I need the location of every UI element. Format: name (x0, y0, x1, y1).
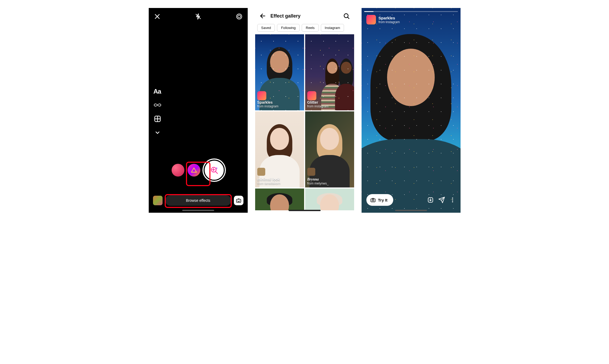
svg-point-10 (452, 199, 453, 200)
tab-instagram[interactable]: Instagram (321, 24, 344, 32)
story-progress (364, 11, 458, 12)
effect-author: from melynws_ (307, 182, 352, 185)
browse-effects-button[interactable]: Browse effects (165, 195, 231, 206)
gallery-button[interactable] (153, 196, 163, 205)
close-icon[interactable] (154, 13, 161, 20)
tab-reels[interactable]: Reels (302, 24, 318, 32)
effect-mini-thumb (257, 168, 265, 176)
home-indicator (395, 210, 427, 211)
page-title: Effect gallery (271, 13, 339, 19)
preview-person (362, 28, 461, 213)
screen-camera: Aa Browse effects (149, 8, 248, 213)
effect-card[interactable]: Sparkles from instagram (255, 34, 304, 110)
svg-rect-4 (236, 199, 241, 202)
boomerang-icon[interactable] (154, 101, 161, 109)
tab-saved[interactable]: Saved (257, 24, 275, 32)
effect-card[interactable]: minimal look from tanattakorn (255, 111, 304, 187)
effect-name: Sparkles (379, 16, 400, 20)
more-icon[interactable] (449, 197, 456, 203)
effect-card[interactable]: Brynna from melynws_ (305, 111, 354, 187)
try-it-label: Try It (378, 198, 388, 202)
try-it-button[interactable]: Try It (366, 194, 393, 206)
svg-point-1 (238, 15, 241, 18)
effect-author: from instagram (379, 20, 400, 24)
effect-icon (307, 91, 316, 100)
screen-effect-gallery: Effect gallery Saved Following Reels Ins… (255, 8, 354, 213)
home-indicator (182, 210, 214, 211)
effect-mini-thumb (307, 168, 315, 176)
effect-icon (257, 91, 266, 100)
effect-name: minimal look (257, 177, 302, 182)
effect-name: Brynna (307, 177, 352, 182)
camera-flip-button[interactable] (234, 196, 243, 205)
filter-thumb[interactable] (188, 164, 200, 177)
chevron-down-icon[interactable] (154, 129, 161, 137)
effect-author: from instagram (257, 104, 302, 108)
effect-author: from instagram (307, 104, 352, 108)
browse-effects-shutter[interactable] (204, 160, 225, 181)
effect-name: Glitter (307, 100, 352, 104)
effect-card[interactable]: Glitter from instagram (305, 34, 354, 110)
effect-author: from tanattakorn (257, 182, 302, 185)
settings-icon[interactable] (235, 13, 243, 20)
home-indicator (289, 210, 321, 211)
text-tool-icon[interactable]: Aa (154, 88, 161, 95)
flash-off-icon[interactable] (194, 13, 202, 20)
layout-icon[interactable] (154, 115, 161, 123)
share-icon[interactable] (438, 196, 445, 203)
svg-point-11 (452, 201, 453, 202)
svg-point-9 (452, 198, 453, 199)
svg-point-7 (372, 199, 374, 201)
effect-icon (366, 15, 376, 24)
effect-card[interactable] (305, 189, 354, 210)
filter-thumb[interactable] (172, 164, 184, 177)
search-icon[interactable] (343, 12, 350, 19)
effect-card[interactable] (255, 189, 304, 210)
svg-point-0 (237, 14, 242, 19)
effect-name: Sparkles (257, 100, 302, 104)
back-icon[interactable] (259, 12, 266, 19)
save-icon[interactable] (427, 196, 434, 203)
tab-following[interactable]: Following (277, 24, 300, 32)
screen-effect-preview: Sparkles from instagram Try It (362, 8, 461, 213)
